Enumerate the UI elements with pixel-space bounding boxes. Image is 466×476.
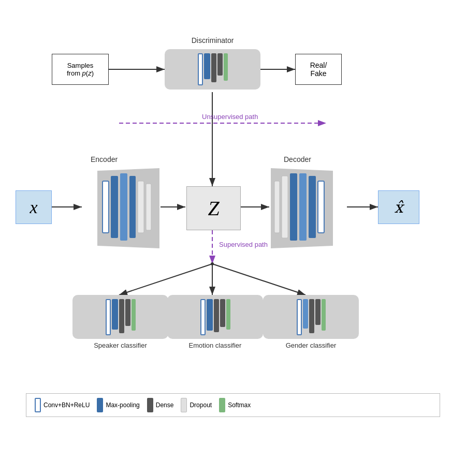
svg-rect-29 <box>318 181 324 233</box>
svg-rect-22 <box>146 184 151 230</box>
gender-classifier-label: Gender classifier <box>263 341 359 349</box>
legend-item-maxpool: Max-pooling <box>97 398 139 412</box>
real-fake-label: Real/Fake <box>310 61 327 78</box>
supervised-path-label: Supervised path <box>219 241 268 248</box>
legend-bar-dropout <box>181 398 187 412</box>
samples-label: Samplesfrom p(z) <box>67 62 94 77</box>
legend-bar-maxpool <box>97 398 103 412</box>
svg-rect-21 <box>138 181 144 233</box>
gender-classifier-block <box>263 295 359 339</box>
samples-box: Samplesfrom p(z) <box>52 54 109 85</box>
svg-rect-19 <box>120 173 127 241</box>
legend-bar-softmax <box>219 398 225 412</box>
x-hat-box: x̂ <box>378 190 419 224</box>
decoder-svg <box>268 168 348 248</box>
decoder-container <box>268 168 348 250</box>
x-input-label: x <box>30 198 37 217</box>
discriminator-block <box>165 49 260 90</box>
legend-item-conv: Conv+BN+ReLU <box>35 398 90 412</box>
encoder-label: Encoder <box>91 155 118 163</box>
emotion-classifier-block <box>167 295 263 339</box>
discriminator-label: Discriminator <box>165 36 260 44</box>
legend-item-softmax: Softmax <box>219 398 251 412</box>
encoder-svg <box>82 168 162 248</box>
legend-label-softmax: Softmax <box>228 401 251 409</box>
real-fake-box: Real/Fake <box>295 54 342 85</box>
diagram-container: Discriminator Samplesfrom p(z) Real/Fake… <box>0 0 466 476</box>
legend-item-dropout: Dropout <box>181 398 212 412</box>
svg-rect-20 <box>129 176 136 238</box>
emotion-classifier-label: Emotion classifier <box>167 341 263 349</box>
z-box: Z <box>186 186 241 230</box>
legend-item-dense: Dense <box>147 398 174 412</box>
svg-rect-27 <box>299 173 307 241</box>
speaker-classifier-block <box>72 295 168 339</box>
legend-label-dense: Dense <box>156 401 174 409</box>
decoder-label: Decoder <box>284 155 311 163</box>
legend-bar-dense <box>147 398 153 412</box>
svg-point-15 <box>211 262 214 265</box>
legend-label-maxpool: Max-pooling <box>106 401 139 409</box>
speaker-classifier-label: Speaker classifier <box>72 341 168 349</box>
x-input-box: x <box>16 190 52 224</box>
z-label: Z <box>208 196 219 220</box>
encoder-container <box>82 168 162 250</box>
svg-rect-26 <box>290 173 297 241</box>
legend-label-conv: Conv+BN+ReLU <box>43 401 90 409</box>
legend: Conv+BN+ReLU Max-pooling Dense Dropout S… <box>26 393 440 417</box>
svg-rect-17 <box>103 181 109 233</box>
legend-label-dropout: Dropout <box>190 401 212 409</box>
unsupervised-path-label: Unsupervised path <box>202 113 258 121</box>
svg-line-12 <box>119 264 212 295</box>
svg-line-14 <box>212 264 305 295</box>
x-hat-label: x̂ <box>395 198 403 216</box>
svg-rect-24 <box>274 181 280 233</box>
legend-bar-conv <box>35 398 41 412</box>
svg-rect-28 <box>309 176 316 238</box>
svg-rect-25 <box>282 176 288 238</box>
svg-rect-18 <box>111 176 118 238</box>
